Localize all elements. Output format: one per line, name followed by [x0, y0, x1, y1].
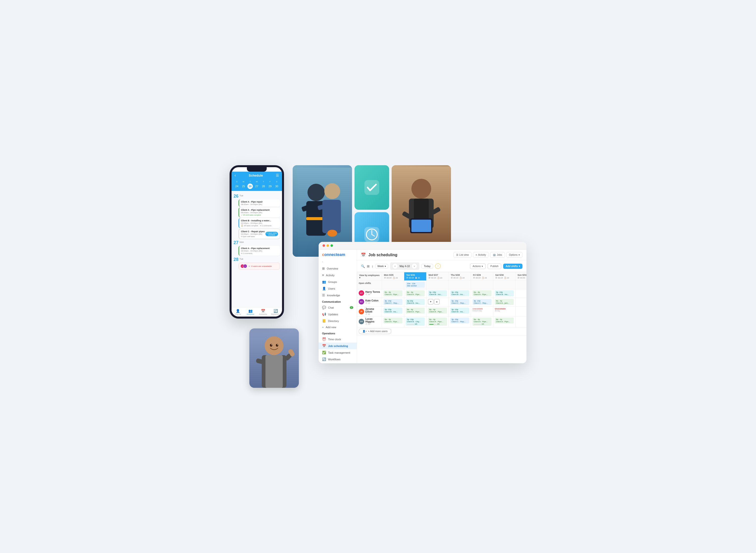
list-view-button[interactable]: ☰ List view — [453, 252, 471, 258]
kate-mon[interactable]: 3p -10pClient C - Rep... — [382, 298, 404, 307]
sidebar-item-ops-add[interactable]: + Add new — [319, 363, 357, 363]
kate-fri[interactable]: 3p -10pClient C - Rep... — [471, 298, 493, 307]
sidebar-item-workflows[interactable]: 🔄 Workflows — [319, 356, 357, 363]
collapse-sidebar-button[interactable]: ‹ — [319, 260, 357, 265]
search-icon[interactable]: 🔍 — [361, 264, 365, 268]
lucas-mon[interactable]: 8a - 4pClient A - Pipe... — [382, 317, 404, 327]
open-shift-fri — [471, 281, 493, 289]
unavailable-label: Unavailable — [472, 308, 492, 310]
minimize-dot[interactable] — [326, 244, 329, 247]
kate-thu[interactable]: 3p -10pClient C - Rep... — [449, 298, 471, 307]
sidebar-label-overview: Overview — [327, 267, 338, 270]
employee-cell-lucas: LH Lucas Higgins ⏱ 25 — [357, 317, 382, 327]
sort-icon[interactable]: ↕ — [372, 264, 373, 268]
lucas-thu[interactable]: 3p -10pClient C - Rep... — [449, 317, 471, 327]
harry-wed[interactable]: 3p -10pClient B - Ins... — [427, 289, 449, 298]
sidebar-item-updates[interactable]: 📢 Updates — [319, 311, 357, 318]
jerome-thu[interactable]: 3p -10pClient B - Ins... — [449, 307, 471, 317]
phone-bottom-nav: 👤 Only me 👥 Everyone 📅 Availability 🔄 Re… — [232, 307, 282, 317]
add-shift-button[interactable]: + — [428, 299, 434, 304]
maximize-dot[interactable] — [330, 244, 333, 247]
dash-toolbar: 📅 Job scheduling ☰ List view ≡ Activity … — [357, 249, 526, 260]
sidebar-item-activity[interactable]: ≡ Activity — [319, 272, 357, 279]
sidebar-item-timeclock[interactable]: ⏰ Time clock — [319, 336, 357, 342]
filter-icon[interactable]: ⊞ — [367, 264, 370, 268]
schedule-day-28: 28 Tue — [233, 257, 280, 262]
add-users-row: 👤+ + Add more users — [357, 327, 527, 335]
actions-button[interactable]: Actions ▾ — [470, 263, 486, 269]
jerome-sat: Unavailable All day — [493, 307, 516, 317]
nav-only-me[interactable]: 👤 Only me — [232, 309, 244, 315]
schedule-day-27: 27 Mon — [233, 240, 280, 245]
day-numbers[interactable]: 24 25 26 27 28 29 30 — [233, 183, 280, 189]
open-shift-mon — [382, 281, 404, 289]
sidebar-item-directory[interactable]: 📒 Directory — [319, 318, 357, 324]
table-row: KC Kate Colon ⏱ 29 3p -10pClient C - Rep… — [357, 298, 527, 307]
next-week-button[interactable]: › — [411, 263, 417, 269]
add-shifts-button[interactable]: Add shifts ▾ — [503, 264, 523, 269]
avatar-jerome: JE — [359, 309, 364, 314]
users-icon: 👤 — [322, 287, 326, 290]
toolbar-right: ☰ List view ≡ Activity 🏢 Jobs Options — [453, 252, 523, 258]
view-chevron-icon: ▾ — [359, 276, 361, 279]
kate-tue[interactable]: 3p-10pClient B - Ins... — [404, 298, 427, 307]
sidebar-item-chat[interactable]: 💬 Chat 3 — [319, 304, 357, 311]
nav-replacement[interactable]: 🔄 Replacem... — [270, 309, 282, 315]
kate-sat[interactable]: 8a - 4pClient A - jam... — [493, 298, 516, 307]
jerome-mon[interactable]: 3p -10pClient B - Ins... — [382, 307, 404, 317]
jerome-wed[interactable]: 8a - 4pClient A - Pipe... — [427, 307, 449, 317]
harry-fri[interactable]: 8a - 4pClient A - Pipe... — [471, 289, 493, 298]
options-button[interactable]: Options ▾ — [506, 252, 523, 258]
publish-button[interactable]: Publish — [487, 263, 501, 269]
dash-sidebar: connecteam ‹ ⊞ Overview ≡ Activity 👥 Gro… — [319, 249, 357, 363]
kate-wed[interactable]: + ≡ — [427, 298, 449, 307]
menu-icon[interactable]: ☰ — [276, 173, 279, 177]
today-button[interactable]: Today — [421, 264, 434, 268]
jobs-button[interactable]: 🏢 Jobs — [490, 252, 505, 258]
sidebar-label-groups: Groups — [328, 281, 337, 284]
close-dot[interactable] — [322, 244, 325, 247]
open-shift-sun — [516, 281, 527, 289]
svg-point-29 — [277, 344, 278, 345]
sidebar-item-groups[interactable]: 👥 Groups — [319, 279, 357, 285]
activity-toolbar-icon: ≡ — [476, 253, 477, 256]
harry-mon[interactable]: 8a - 4pClient A - Pipe... — [382, 289, 404, 298]
sidebar-item-overview[interactable]: ⊞ Overview — [319, 265, 357, 272]
communication-section-header: Communication — [319, 299, 357, 304]
sidebar-item-comm-add[interactable]: + Add new — [319, 324, 357, 330]
open-shift-tue[interactable]: 10a - 12a Site worker — [404, 281, 427, 289]
avatar-harry: HT — [359, 290, 364, 296]
jerome-tue[interactable]: 8a - 4pClient A - Pipe... — [404, 307, 427, 317]
dashboard-body: connecteam ‹ ⊞ Overview ≡ Activity 👥 Gro… — [319, 249, 526, 363]
phone-schedule: 26 Tue Client A - Pipe repair 08:00am - … — [232, 191, 282, 311]
lucas-fri[interactable]: 8a - 4pClient A - Pipe... 0/5 — [471, 317, 493, 327]
add-shifts-chevron-icon: ▾ — [519, 265, 520, 267]
nav-everyone[interactable]: 👥 Everyone — [244, 309, 257, 315]
activity-button[interactable]: ≡ Activity — [473, 252, 489, 258]
jobs-icon: 🏢 — [493, 253, 496, 256]
harry-tue[interactable]: 8a - 4pClient A - Pipe... — [404, 289, 427, 298]
shift-client-a-pipe-repair[interactable]: Client A - Pipe repair 08:00am - 04:00pm… — [238, 199, 280, 207]
add-more-users-button[interactable]: 👤+ + Add more users — [359, 328, 391, 334]
lucas-wed[interactable]: 8a - 4pClient A - Pipe... 3/5 — [427, 317, 449, 327]
prev-week-button[interactable]: ‹ — [392, 263, 398, 269]
sidebar-item-taskmanagement[interactable]: ✅ Task management — [319, 349, 357, 356]
sidebar-item-users[interactable]: 👤 Users — [319, 285, 357, 292]
lucas-sat[interactable]: 8a - 4pClient A - Pipe... — [493, 317, 516, 327]
harry-sat[interactable]: 3p -10pClient B - Ins... — [493, 289, 516, 298]
shift-client-c-repair[interactable]: Client C - Repair pipes 03:00pm - 10:00p… — [238, 229, 280, 239]
week-selector[interactable]: Week ▾ — [375, 264, 388, 268]
open-shift-tue-cell[interactable]: 10a - 12a Site worker — [406, 282, 425, 288]
sidebar-item-jobscheduling[interactable]: 📅 Job scheduling — [319, 342, 357, 349]
shift-menu-icon[interactable]: ≡ — [434, 299, 440, 304]
employees-col-header[interactable]: View by employees ▾ — [357, 272, 382, 281]
alert-icon: ! — [435, 263, 441, 269]
shift-client-a-pipe-replacement[interactable]: Client A - Pipe replacement 08:00am - 04… — [238, 208, 280, 217]
sidebar-item-knowledge[interactable]: ☰ knowledge — [319, 292, 357, 299]
lucas-tue[interactable]: 3p -10pClient B - City... 0/5 — [404, 317, 427, 327]
shift-client-a-pipe-replacement-2[interactable]: Client A - Pipe replacement 08:00am - 04… — [238, 246, 280, 256]
nav-availability[interactable]: 📅 Availability — [257, 309, 270, 315]
svg-rect-17 — [411, 220, 431, 232]
shift-client-b-installing[interactable]: Client B - Installing a water... 03:00pm… — [238, 218, 280, 228]
harry-thu[interactable]: 3p -10pClient B - Ins... — [449, 289, 471, 298]
